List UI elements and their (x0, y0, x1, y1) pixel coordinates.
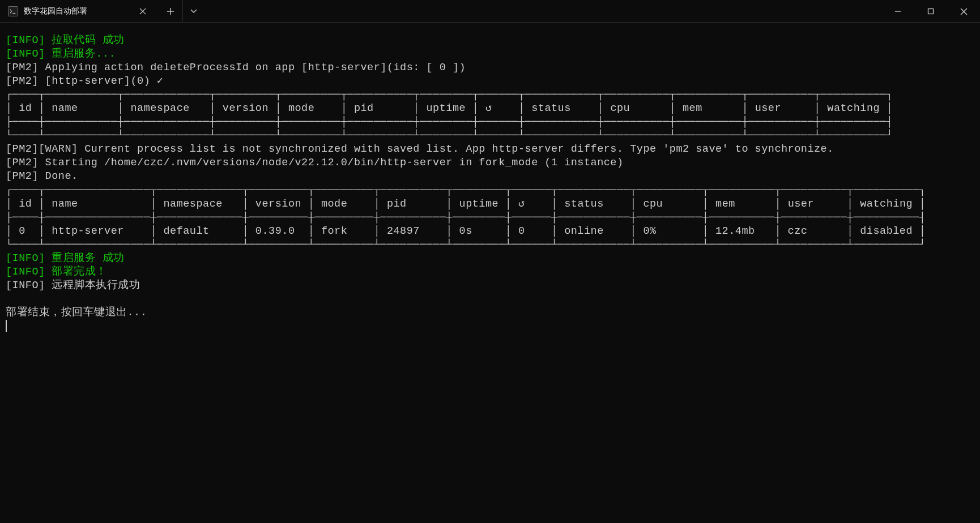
log-line-info: [INFO] 拉取代码 成功 (6, 35, 125, 46)
terminal-icon (8, 6, 18, 16)
pm2-table-header-wrap: watching │ (821, 102, 893, 114)
window-controls (881, 0, 980, 22)
pm2-table-row: │ 0 │ http-server │ default │ 0.39.0 │ f… (6, 225, 926, 237)
log-line: [PM2] Starting /home/czc/.nvm/versions/n… (6, 157, 624, 169)
maximize-button[interactable] (914, 0, 947, 23)
close-icon (139, 8, 146, 15)
pm2-table-header: │ id │ name │ namespace │ version │ mode… (6, 198, 926, 210)
log-line: [PM2][WARN] Current process list is not … (6, 143, 834, 155)
log-line: [PM2] Done. (6, 170, 78, 182)
close-window-button[interactable] (947, 0, 980, 23)
log-line: [PM2] Applying action deleteProcessId on… (6, 62, 466, 74)
terminal-tab[interactable]: 数字花园自动部署 (0, 0, 159, 22)
plus-icon (167, 7, 174, 15)
pm2-table-border: └────┴────────────────┴─────────────┴───… (6, 239, 926, 251)
tab-title: 数字花园自动部署 (24, 6, 129, 16)
titlebar: 数字花园自动部署 (0, 0, 980, 23)
terminal-cursor (6, 320, 7, 332)
pm2-table-border: ├────┼───────────┼─────────────┼────────… (6, 116, 893, 128)
minimize-icon (894, 8, 901, 15)
pm2-table-border: └────┴───────────┴─────────────┴────────… (6, 130, 893, 142)
close-icon (960, 8, 968, 15)
minimize-button[interactable] (881, 0, 914, 23)
close-tab-button[interactable] (135, 3, 151, 19)
pm2-table-border: ┌────┬───────────┬─────────────┬────────… (6, 89, 893, 101)
pm2-table-border: ┌────┬────────────────┬─────────────┬───… (6, 185, 926, 196)
svg-rect-6 (928, 9, 934, 14)
titlebar-spacer[interactable] (204, 0, 881, 22)
new-tab-button[interactable] (159, 0, 182, 22)
log-line-info: [INFO] 重启服务... (6, 48, 116, 60)
tab-dropdown-button[interactable] (182, 0, 204, 22)
maximize-icon (927, 8, 934, 15)
log-line-info: [INFO] 部署完成！ (6, 266, 107, 278)
log-line: [INFO] 远程脚本执行成功 (6, 280, 140, 291)
pm2-table-border: ├────┼────────────────┼─────────────┼───… (6, 212, 926, 224)
log-line-info: [INFO] 重启服务 成功 (6, 252, 125, 264)
log-line-prompt: 部署结束，按回车键退出... (6, 307, 147, 319)
chevron-down-icon (190, 9, 197, 14)
log-line: [PM2] [http-server](0) ✓ (6, 75, 163, 87)
terminal-output[interactable]: [INFO] 拉取代码 成功 [INFO] 重启服务... [PM2] Appl… (0, 23, 980, 345)
pm2-table-header: │ id │ name │ namespace │ version │ mode… (6, 102, 821, 114)
